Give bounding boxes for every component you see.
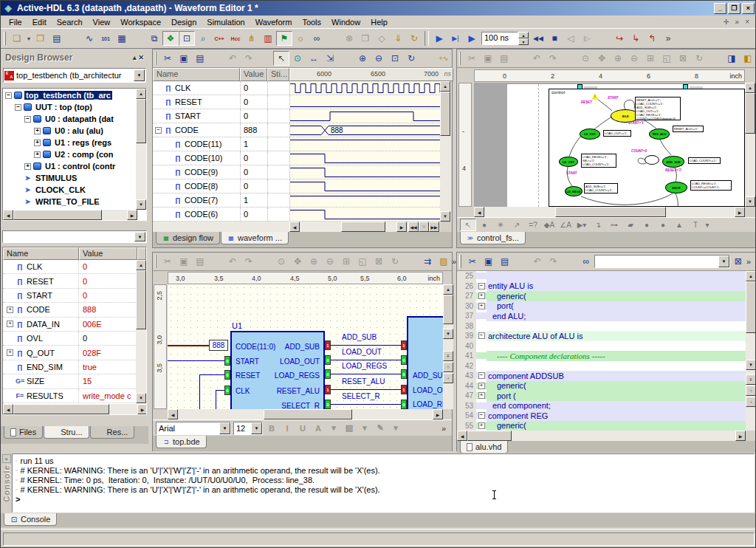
- waveform-signal-row[interactable]: CODE(10) 0: [153, 151, 440, 165]
- zoom-in-button[interactable]: ⊕: [306, 254, 322, 269]
- expand-box[interactable]: [34, 140, 41, 146]
- separator[interactable]: [325, 31, 341, 46]
- time-spin-up[interactable]: ▲: [518, 32, 529, 38]
- undo-button[interactable]: ↶: [224, 51, 241, 66]
- font-color-dropdown[interactable]: ▾: [327, 422, 340, 434]
- fold-box[interactable]: [478, 292, 485, 299]
- step-forward-button[interactable]: |▷: [579, 31, 595, 46]
- signal-row[interactable]: START 0: [3, 289, 146, 303]
- menu-item[interactable]: Search: [52, 17, 88, 27]
- zoom-out-button[interactable]: ⊖: [322, 254, 338, 269]
- transition-label[interactable]: RESET: [581, 100, 592, 104]
- port-connector[interactable]: 0: [224, 356, 230, 366]
- panel-close-button[interactable]: ✕: [138, 54, 144, 61]
- fsm-hscrollbar[interactable]: ◀ ▶: [474, 207, 745, 217]
- watch-button[interactable]: ∞: [309, 31, 325, 46]
- port-connector[interactable]: 0: [401, 355, 407, 365]
- separator[interactable]: [208, 254, 224, 269]
- waveform-vscrollbar[interactable]: ▲ ▼: [440, 81, 451, 222]
- menu-item[interactable]: Simulation: [202, 17, 250, 27]
- hdl-debug-button[interactable]: Hcc: [227, 31, 244, 46]
- waveform-signal-row[interactable]: CODE(7) 1: [153, 193, 440, 208]
- action-box[interactable]: LOAD_REGS<='1'; SEL<='1'; LOAD_COUNT<='1…: [581, 154, 616, 168]
- zoom-page-button[interactable]: ⊞: [338, 254, 354, 269]
- triangle-button[interactable]: ▲: [671, 219, 687, 231]
- cut-button[interactable]: ✂: [464, 51, 480, 66]
- trace-over-button[interactable]: ↳: [628, 31, 644, 46]
- port-connector[interactable]: 1: [401, 340, 407, 350]
- design-selector-dropdown[interactable]: ▼: [134, 69, 145, 81]
- expand-box[interactable]: [34, 128, 41, 134]
- fsm-state[interactable]: DECR: [665, 182, 687, 193]
- bde-hscrollbar[interactable]: ◀ ▶: [168, 409, 443, 419]
- update-button[interactable]: ⇓: [390, 31, 406, 46]
- fsm-canvas[interactable]: control IDLELD_OUTRES_ALUADD_SUBLD_CNTLD…: [474, 83, 745, 207]
- toolbar-more-button[interactable]: »: [441, 424, 449, 433]
- copy-button[interactable]: ▣: [176, 254, 192, 269]
- toolbar-grip[interactable]: [4, 32, 6, 45]
- fsm-state[interactable]: RES_ALU: [649, 129, 670, 140]
- tree-item[interactable]: STIMULUS: [3, 172, 146, 184]
- action-box[interactable]: RESET_ALU<='1';: [673, 126, 704, 132]
- time-spin-down[interactable]: ▼: [518, 38, 529, 45]
- zoom-lens-button[interactable]: ⊙: [273, 254, 289, 269]
- zoom-undo-button[interactable]: ↻: [387, 254, 403, 269]
- copy-button[interactable]: ▣: [480, 51, 496, 66]
- measure-button[interactable]: ↔: [306, 51, 322, 66]
- menu-item[interactable]: Edit: [27, 17, 52, 27]
- page-up-button[interactable]: ⍏: [443, 351, 453, 361]
- separator[interactable]: [707, 51, 724, 66]
- fsm-state[interactable]: LD_OUT: [580, 129, 600, 140]
- new-design-button[interactable]: ❏: [9, 31, 25, 46]
- zoom-fit-button[interactable]: ⊡: [387, 51, 403, 66]
- separator[interactable]: [257, 51, 273, 66]
- state-button[interactable]: ●: [476, 219, 492, 231]
- port-connector[interactable]: 0: [224, 386, 230, 395]
- tree-item[interactable]: U1 : control (contr: [3, 160, 146, 172]
- waveform-signal-row[interactable]: CLK 0: [153, 81, 440, 95]
- waveform-signal-row[interactable]: CODE(6) 0: [153, 208, 440, 222]
- angle-label-button[interactable]: ∠A: [557, 219, 574, 231]
- code-line[interactable]: 47 port (: [457, 391, 746, 401]
- fold-box[interactable]: [478, 392, 485, 399]
- code-editor[interactable]: 25 26 entity ALU is 27 generic( 30 port(: [457, 271, 746, 431]
- text-dropdown[interactable]: ▾: [704, 219, 711, 231]
- pick-signal-button[interactable]: ⇲: [322, 51, 338, 66]
- transition-label[interactable]: START: [566, 171, 577, 175]
- expand-box[interactable]: [24, 116, 31, 123]
- fold-box[interactable]: [478, 412, 485, 419]
- center-cursor-button[interactable]: ○: [419, 222, 429, 232]
- Stru...[interactable]: Stru...: [44, 426, 89, 439]
- expand-box[interactable]: [7, 306, 13, 313]
- run-until-button[interactable]: ▶: [464, 31, 480, 46]
- search-combo[interactable]: ▼: [594, 255, 730, 268]
- check-diagram-button[interactable]: ◨: [724, 51, 740, 66]
- center-button[interactable]: ○: [746, 386, 756, 396]
- signal-row[interactable]: RESULTS write_mode c: [3, 389, 146, 403]
- expand-box[interactable]: [7, 349, 13, 356]
- datapath-block[interactable]: ADD_SUBLOAD_OUTLOAD_REGSRESET_ALUSELECT_…: [407, 316, 443, 409]
- tree-item[interactable]: top_testbench (tb_arc: [3, 89, 146, 101]
- page-up-button[interactable]: ⍏: [746, 374, 756, 385]
- Res...[interactable]: Res...: [90, 426, 135, 439]
- code-line[interactable]: 30 port(: [457, 301, 746, 312]
- pan-button[interactable]: ✥: [289, 254, 306, 269]
- zoom-out-button[interactable]: ⊖: [371, 51, 387, 66]
- grid-hscrollbar[interactable]: ◀ ▶: [3, 404, 147, 414]
- stop-button[interactable]: ■: [546, 31, 563, 46]
- compare-docs-button[interactable]: ⧉: [146, 31, 162, 46]
- fill-color-button[interactable]: ▨: [343, 422, 356, 434]
- paste-button[interactable]: ▤: [497, 254, 513, 269]
- copy-button[interactable]: ▣: [481, 254, 497, 269]
- redo-button[interactable]: ↷: [545, 51, 561, 66]
- trace-out-button[interactable]: ↰: [644, 31, 660, 46]
- separator[interactable]: [561, 51, 577, 66]
- tree-item[interactable]: CLOCK_CLK: [3, 184, 146, 196]
- column-header-value[interactable]: Value: [240, 68, 267, 81]
- grid-vscrollbar[interactable]: ▲ ▼: [136, 260, 146, 403]
- code-line[interactable]: 41 ---- Component declarations -----: [457, 351, 746, 361]
- action-box[interactable]: ADD_SUB<='1'; LOAD_COUNT<='1';: [584, 183, 618, 193]
- code-line[interactable]: 44 generic(: [457, 381, 746, 391]
- run-time-value[interactable]: 100 ns: [481, 32, 518, 45]
- code-line[interactable]: 54 component REG: [457, 411, 746, 421]
